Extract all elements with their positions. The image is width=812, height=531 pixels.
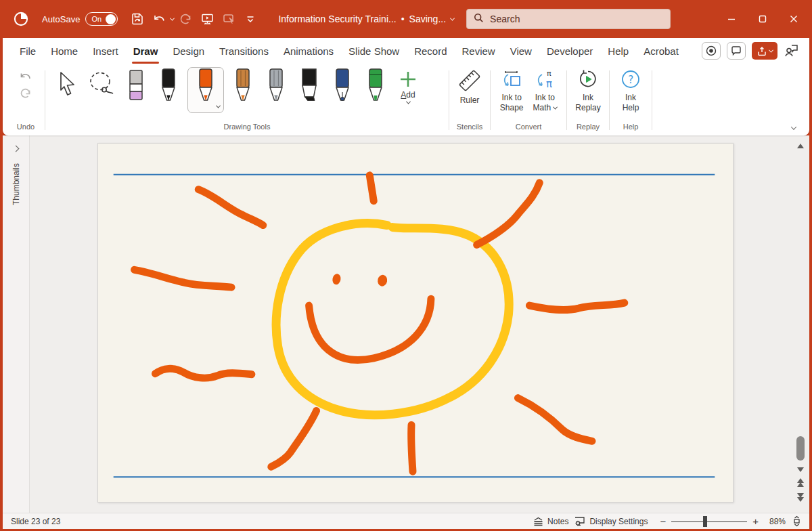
zoom-percentage[interactable]: 88% [764,517,786,526]
previous-slide-arrow-bottom-icon[interactable] [797,482,804,487]
save-icon[interactable] [127,9,148,29]
share-button[interactable] [752,42,777,60]
ray-top-right[interactable] [477,183,540,245]
tab-acrobat[interactable]: Acrobat [636,38,686,64]
start-slideshow-icon[interactable] [197,9,217,29]
thumbnails-label[interactable]: Thumbnails [12,163,21,205]
orange-pencil[interactable] [229,67,257,112]
tab-draw[interactable]: Draw [126,38,166,64]
presence-people-icon[interactable] [784,43,800,58]
black-pen[interactable] [154,67,183,112]
help-group: ? Ink Help Help [610,64,652,135]
tab-home[interactable]: Home [43,38,85,64]
customize-qat-icon[interactable] [240,9,261,29]
ink-help-label-line1: Ink [625,93,636,103]
tab-design[interactable]: Design [165,38,212,64]
ruler-button[interactable]: Ruler [453,67,486,106]
undo-group-label: Undo [9,119,42,135]
slide-indicator[interactable]: Slide 23 of 23 [3,517,60,526]
close-button[interactable] [778,5,809,33]
scrollbar-thumb[interactable] [796,436,805,461]
help-group-label: Help [612,119,649,135]
select-tool[interactable] [53,67,81,112]
lasso-select-tool[interactable] [85,67,118,112]
expand-thumbnails-chevron-icon[interactable] [13,146,20,152]
record-button[interactable] [702,42,721,60]
pen-options-chevron-icon[interactable] [216,104,221,108]
tab-slide-show[interactable]: Slide Show [341,38,407,64]
comments-button[interactable] [727,42,746,60]
green-pen[interactable] [361,67,390,112]
ink-replay-button[interactable]: Ink Replay [571,67,604,113]
powerpoint-logo-icon[interactable] [11,9,31,29]
scroll-down-arrow[interactable] [797,467,804,472]
ray-bottom[interactable] [411,425,413,471]
display-settings-button[interactable]: Display Settings [574,516,648,526]
slide[interactable] [97,143,734,503]
window-controls [716,5,809,33]
sun-smile[interactable] [309,299,431,360]
ray-top-left[interactable] [198,190,263,226]
drawing-tools-group: Add Drawing Tools [45,64,449,135]
minimize-button[interactable] [716,5,747,33]
ray-lower-left[interactable] [155,368,251,378]
autosave-control: AutoSave On [42,12,118,26]
tab-file[interactable]: File [12,38,43,64]
slide-canvas [30,135,794,513]
maximize-button[interactable] [747,5,778,33]
ribbon-tabs: FileHomeInsertDrawDesignTransitionsAnima… [3,38,809,64]
black-highlighter[interactable] [295,67,323,112]
tab-view[interactable]: View [503,38,539,64]
next-slide-arrow-bottom-icon[interactable] [797,497,804,502]
tab-review[interactable]: Review [455,38,503,64]
redo-icon[interactable] [175,9,196,29]
document-title[interactable]: Information Security Traini... • Saving.… [278,14,454,24]
fit-slide-to-window-icon[interactable] [791,515,803,527]
autosave-state: On [91,15,102,23]
sun-eye-left[interactable] [332,273,342,285]
ribbon-redo-icon[interactable] [19,87,32,100]
undo-dropdown-chevron-icon[interactable] [170,16,175,20]
zoom-out-button[interactable]: − [660,516,666,526]
thumbnails-pane: Thumbnails [3,135,30,513]
blue-pen[interactable] [328,67,357,112]
sun-eye-right[interactable] [377,274,388,287]
ray-bottom-left[interactable] [271,411,317,467]
tab-record[interactable]: Record [407,38,454,64]
ruler-label: Ruler [460,95,480,106]
zoom-slider-handle[interactable] [703,516,707,527]
ink-help-button[interactable]: ? Ink Help [615,67,646,113]
tab-developer[interactable]: Developer [539,38,600,64]
scroll-up-arrow[interactable] [797,144,804,148]
collapse-ribbon-chevron-icon[interactable] [791,124,796,129]
ink-to-shape-button[interactable]: Ink to Shape [496,67,528,113]
display-settings-label: Display Settings [589,517,648,526]
undo-icon[interactable] [149,9,169,29]
zoom-slider[interactable] [671,521,747,522]
powerpoint-window: AutoSave On [0,0,812,531]
ribbon-undo-icon[interactable] [19,71,32,83]
search-placeholder: Search [490,14,520,24]
ribbon-card: FileHomeInsertDrawDesignTransitionsAnima… [3,38,809,135]
orange-pen[interactable] [187,67,224,113]
zoom-in-button[interactable]: + [752,516,759,526]
ink-to-math-button[interactable]: π π Ink to Math [529,67,562,113]
notes-toggle[interactable]: Notes [533,516,568,526]
ray-right[interactable] [529,303,624,310]
ray-top[interactable] [369,175,374,201]
ray-bottom-right[interactable] [518,398,592,442]
search-input[interactable]: Search [466,9,671,29]
add-pen-button[interactable]: Add [399,67,418,104]
pointer-options-icon[interactable] [219,9,239,29]
tab-help[interactable]: Help [600,38,636,64]
autosave-toggle[interactable]: On [85,12,118,26]
notes-label: Notes [547,517,568,526]
tab-transitions[interactable]: Transitions [212,38,276,64]
gray-pencil[interactable] [262,67,290,112]
main-area: Thumbnails [3,135,809,513]
eraser-tool[interactable] [122,67,150,112]
ray-left[interactable] [135,270,231,287]
tab-insert[interactable]: Insert [85,38,126,64]
tab-animations[interactable]: Animations [276,38,341,64]
svg-text:?: ? [628,74,633,86]
